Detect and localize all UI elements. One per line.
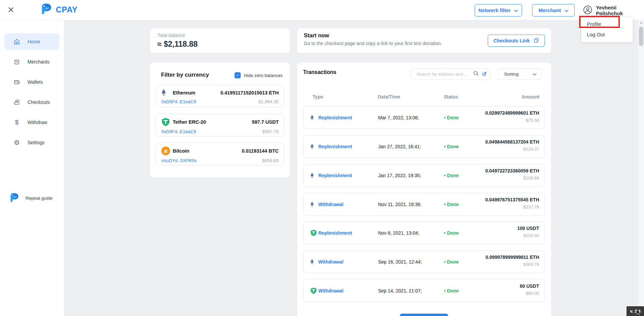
sidebar-item-settings[interactable]: Settings [4,134,59,151]
merchant-button[interactable]: Merchant [532,4,575,16]
currency-name: Tether ERC-20 [173,119,206,125]
top-bar: ✕ CPAY Network filter Merchant [0,0,644,20]
currency-name: Ethereum [173,90,195,95]
transactions-title: Transactions [303,69,336,75]
wallet-address-link[interactable]: 0xD5F4..E1eaC9 [161,129,196,134]
transactions-search: ↺ [411,68,490,80]
filter-by-currency-card: Filter by currency Hide zero balances Et… [150,63,290,177]
hide-zero-balances-toggle[interactable]: Hide zero balances [235,72,283,78]
checkouts-link-button[interactable]: Checkouts Link [488,35,545,47]
transaction-type-link[interactable]: Withdrawal [318,288,344,293]
sidebar: Home Merchants Wallets [0,20,64,316]
tether-icon [310,287,317,294]
network-filter-button[interactable]: Network filter [475,4,522,16]
wallet-address-link[interactable]: mtuDYd..5XP8Sx [161,158,197,163]
tether-icon [310,230,317,236]
repeat-guide-button[interactable]: Repeat guide [8,191,52,205]
transaction-row: Replenishment Mar 7, 2022, 13:06; Done 0… [303,106,545,129]
total-balance-label: Total balance [157,33,283,38]
mouse-cursor-icon [636,309,641,316]
sidebar-item-label: Withdraw [28,120,47,125]
transaction-amount: 0.029972489999601 ETH [485,110,539,116]
ethereum-icon [310,144,314,150]
total-balance-value: ≈ $2,118.88 [157,40,283,49]
column-header-datetime: Data/Time [378,94,400,100]
transaction-row: Replenishment Jan 17, 2022, 19:35; Done … [303,164,545,187]
transaction-usd: $100.00 [517,233,539,238]
transaction-status: Done [444,144,459,149]
search-icon[interactable] [473,71,479,78]
transaction-amount: 0.049722723360059 ETH [485,168,539,173]
hide-zero-label: Hide zero balances [244,73,283,78]
scrollbar[interactable]: ▲ [638,19,644,316]
checkouts-link-label: Checkouts Link [493,38,530,43]
sidebar-item-home[interactable]: Home [4,33,59,50]
ethereum-icon [310,172,314,179]
transaction-type-link[interactable]: Replenishment [318,173,352,178]
transaction-row: Replenishment Nov 8, 2021, 13:04; Done 1… [303,222,545,244]
brand-name: CPAY [56,5,78,14]
transaction-type-link[interactable]: Replenishment [318,144,352,149]
transaction-status: Done [444,259,459,265]
transaction-type-link[interactable]: Withdrawal [318,202,344,207]
gear-icon [13,139,21,146]
dollar-icon [13,119,21,126]
chevron-down-icon [514,7,518,13]
currency-amount: 0.4195117152015013 ETH [220,90,279,95]
sidebar-item-wallets[interactable]: Wallets [4,74,59,90]
transaction-datetime: Nov 8, 2021, 13:04; [378,230,419,236]
cpay-mascot-icon [8,192,19,204]
column-header-amount: Amount [522,94,539,100]
scrollbar-up-arrow-icon[interactable]: ▲ [638,21,644,24]
currency-row-ethereum[interactable]: Ethereum 0.4195117152015013 ETH 0xD5F4..… [156,85,284,108]
sidebar-item-label: Wallets [28,79,43,85]
transaction-type-link[interactable]: Withdrawal [318,259,344,265]
currency-row-bitcoin[interactable]: Bitcoin 0.01193144 BTC mtuDYd..5XP8Sx $4… [156,143,284,165]
sidebar-item-checkouts[interactable]: Checkouts [4,94,59,110]
currency-row-tether[interactable]: Tether ERC-20 597.7 USDT 0xD5F4..E1eaC9 … [156,114,284,136]
currency-amount: 597.7 USDT [252,119,279,125]
checkbox-checked-icon[interactable] [235,72,241,78]
show-more-button[interactable] [400,314,448,316]
transaction-datetime: Nov 11, 2021, 19:36; [378,202,421,207]
transaction-amount: 0.049844568137204 ETH [485,139,539,145]
network-filter-label: Network filter [479,7,511,13]
checkout-terminal-icon [13,98,21,106]
chevron-down-icon [533,72,536,77]
brand-logo[interactable]: CPAY [39,3,78,17]
transaction-row: Withdrawal Sep 16, 2021, 12:44; Done 0.0… [303,250,545,273]
wallet-address-link[interactable]: 0xD5F4..E1eaC9 [161,99,196,104]
transaction-type-link[interactable]: Replenishment [318,230,352,236]
transaction-usd: $75.58 [485,118,539,123]
transactions-table-header: Type Data/Time Status Amount [303,94,545,101]
start-now-card: Start now Go to the checkout page and co… [297,28,551,53]
search-input[interactable] [416,71,473,77]
transaction-amount: 60 USDT [520,283,539,289]
sidebar-item-withdraw[interactable]: Withdraw [4,114,59,130]
sidebar-item-merchants[interactable]: Merchants [4,53,59,70]
sidebar-item-label: Checkouts [28,100,50,105]
currency-name: Bitcoin [173,148,189,154]
sidebar-item-label: Home [28,39,40,44]
transaction-status: Done [444,202,459,207]
transaction-status: Done [444,173,459,178]
transaction-row: Withdrawal Sep 14, 2021, 21:07; Done 60 … [303,279,545,302]
sorting-dropdown[interactable]: Sorting [497,68,542,80]
user-account-button[interactable]: Yevhenii Polishchuk [583,4,644,16]
scrollbar-thumb[interactable] [639,27,643,46]
sorting-label: Sorting [504,72,519,77]
bitcoin-icon [161,147,171,155]
menu-item-logout[interactable]: Log Out [581,29,633,40]
transaction-datetime: Mar 7, 2022, 13:06; [378,115,419,120]
close-icon[interactable]: ✕ [7,5,14,15]
merchants-bag-icon [13,58,21,66]
cpay-mascot-icon [39,3,52,17]
refresh-icon[interactable]: ↺ [482,71,487,77]
transaction-amount: 0.099978999999811 ETH [485,254,539,260]
column-header-status: Status [444,94,458,100]
start-now-title: Start now [304,32,329,39]
transaction-type-link[interactable]: Replenishment [318,115,352,120]
chevron-down-icon [565,7,568,13]
currency-usd-value: $597.70 [262,129,279,134]
transaction-usd: $363.76 [485,262,539,267]
